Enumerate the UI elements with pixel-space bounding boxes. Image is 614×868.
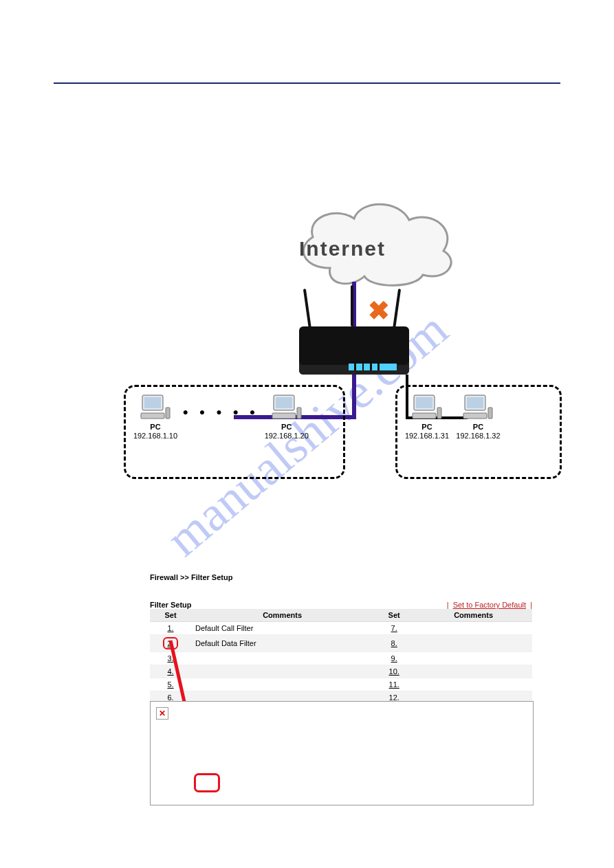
filter-table: Set Comments Set Comments 1. Default Cal…: [150, 609, 532, 704]
header-rule: [54, 82, 560, 84]
set-link[interactable]: 4.: [167, 667, 173, 676]
svg-rect-11: [437, 408, 441, 419]
pc-label: PC: [281, 423, 292, 431]
blocked-pc-group: PC 192.168.1.31 PC 192.168.1.32: [395, 385, 562, 479]
router-icon: [299, 326, 409, 375]
svg-rect-9: [416, 397, 432, 408]
comment-cell: Default Call Filter: [191, 622, 373, 635]
comment-cell: [415, 635, 532, 652]
pc-label: PC: [473, 423, 483, 431]
set-link[interactable]: 10.: [389, 667, 399, 676]
table-row: 1. Default Call Filter 7.: [150, 622, 532, 635]
svg-rect-1: [144, 397, 161, 408]
table-row: 4. 10.: [150, 665, 532, 678]
svg-rect-10: [413, 413, 436, 419]
comment-cell: [191, 678, 373, 691]
comment-cell: [191, 652, 373, 665]
svg-rect-13: [467, 397, 483, 408]
table-row: 5. 11.: [150, 678, 532, 691]
set-link[interactable]: 5.: [167, 680, 173, 689]
table-row: 3. 9.: [150, 652, 532, 665]
set-link[interactable]: 2.: [167, 639, 173, 647]
pc-label: PC: [150, 423, 160, 431]
antenna-icon: [351, 285, 353, 326]
callout-target-icon: [194, 773, 220, 792]
comment-cell: [415, 652, 532, 665]
allowed-pc-group: PC 192.168.1.10 ● ● ● ● ● PC 192.168.1.2…: [124, 385, 345, 479]
pc-ip: 192.168.1.10: [133, 432, 177, 440]
col-comments: Comments: [191, 609, 373, 622]
pc-icon: PC 192.168.1.10: [131, 394, 179, 441]
comment-cell: Default Data Filter: [191, 635, 373, 652]
svg-rect-5: [276, 397, 292, 408]
blocked-x-icon: ✖: [368, 296, 390, 326]
link-router-left: [352, 375, 356, 419]
pc-ip: 192.168.1.32: [456, 432, 500, 440]
broken-image-icon: ✕: [156, 707, 168, 720]
svg-rect-7: [297, 408, 301, 419]
table-row: 2. Default Data Filter 8.: [150, 635, 532, 652]
comment-cell: [415, 622, 532, 635]
col-comments: Comments: [415, 609, 532, 622]
set-link[interactable]: 3.: [167, 654, 173, 663]
network-diagram: Internet ✖ PC 192.168.1.10 ● ● ● ● ● PC …: [124, 192, 564, 481]
breadcrumb: Firewall >> Filter Setup: [150, 573, 532, 581]
filter-setup-section: Firewall >> Filter Setup Filter Setup | …: [150, 573, 532, 704]
filter-setup-title: Filter Setup: [150, 601, 192, 609]
svg-rect-14: [463, 413, 487, 419]
ellipsis-icon: ● ● ● ● ●: [182, 406, 259, 417]
col-set: Set: [150, 609, 191, 622]
svg-rect-2: [141, 413, 164, 419]
comment-cell: [415, 665, 532, 678]
set-link[interactable]: 11.: [389, 680, 399, 689]
comment-cell: [415, 678, 532, 691]
pc-ip: 192.168.1.20: [265, 432, 309, 440]
pc-ip: 192.168.1.31: [405, 432, 449, 440]
set-link[interactable]: 9.: [391, 654, 397, 663]
set-link[interactable]: 8.: [391, 639, 397, 647]
set-link[interactable]: 1.: [167, 624, 173, 632]
pc-icon: PC 192.168.1.32: [454, 394, 502, 441]
pc-label: PC: [421, 423, 432, 431]
svg-rect-3: [166, 408, 170, 419]
svg-rect-6: [272, 413, 296, 419]
pc-icon: PC 192.168.1.20: [263, 394, 311, 441]
pc-icon: PC 192.168.1.31: [403, 394, 451, 441]
internet-label: Internet: [299, 237, 386, 260]
set-link[interactable]: 7.: [391, 624, 397, 632]
col-set: Set: [373, 609, 415, 622]
comment-cell: [191, 665, 373, 678]
svg-rect-15: [488, 408, 492, 419]
factory-default-link[interactable]: | Set to Factory Default |: [447, 601, 532, 609]
